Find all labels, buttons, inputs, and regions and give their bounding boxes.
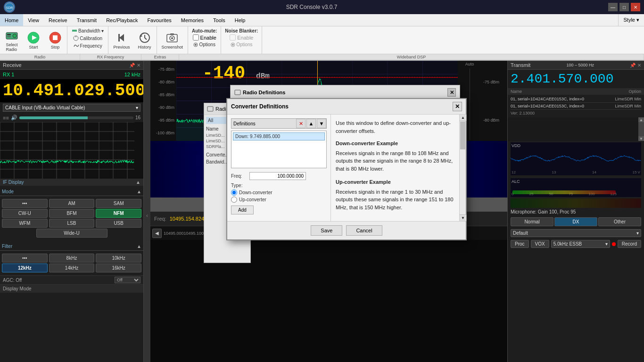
mode-wfm-button[interactable]: WFM xyxy=(2,219,48,228)
transmit-pin-button[interactable]: 📌 xyxy=(630,63,636,68)
style-button[interactable]: Style ▾ xyxy=(618,14,644,26)
definition-item-down[interactable]: Down: 9.749.885.000 xyxy=(233,132,325,140)
receive-pin-button[interactable]: 📌 xyxy=(129,63,135,68)
svg-rect-14 xyxy=(118,34,120,41)
close-button[interactable]: ✕ xyxy=(631,3,640,11)
menu-tools[interactable]: Tools xyxy=(208,14,230,26)
menu-help[interactable]: Help xyxy=(230,14,250,26)
vox-button[interactable]: VOX xyxy=(531,240,549,248)
mode-lsb-button[interactable]: LSB xyxy=(49,219,95,228)
volume-slider[interactable] xyxy=(19,116,133,119)
definitions-delete-button[interactable]: ✕ xyxy=(296,119,305,128)
vdd-v14: 14 xyxy=(592,170,596,174)
filter-14khz-button[interactable]: 14kHz xyxy=(49,263,95,272)
start-button[interactable]: Start xyxy=(24,30,43,50)
menu-memories[interactable]: Memories xyxy=(176,14,208,26)
mode-nfm-button[interactable]: NFM xyxy=(96,209,141,218)
menu-view[interactable]: View xyxy=(23,14,44,26)
maximize-button[interactable]: □ xyxy=(619,3,629,11)
add-button[interactable]: Add xyxy=(231,206,254,214)
nb-checkbox[interactable] xyxy=(230,34,236,41)
previous-button[interactable]: Previous xyxy=(110,30,132,50)
mode-dots-button[interactable]: ••• xyxy=(2,199,48,208)
receive-close-button[interactable]: ✕ xyxy=(137,63,140,68)
auto-mute-options-button[interactable]: Options xyxy=(192,41,216,48)
calibration-button[interactable]: Calibration xyxy=(72,35,104,41)
history-button[interactable]: History xyxy=(135,30,155,50)
scrollbar-down-btn[interactable]: ▼ xyxy=(460,214,466,221)
filter-12khz-button[interactable]: 12kHz xyxy=(2,263,48,272)
definitions-up-button[interactable]: ▲ xyxy=(306,119,316,128)
menu-rec-playback[interactable]: Rec/Playback xyxy=(101,14,142,26)
db-label-85: -85 dBm xyxy=(158,92,174,97)
filter-expand-button[interactable]: ▲ xyxy=(137,244,141,249)
screenshot-button[interactable]: Screenshot xyxy=(159,30,186,50)
filter-10khz-button[interactable]: 10kHz xyxy=(96,254,141,263)
essb-dropdown[interactable]: 5.0kHz ESSB ▾ xyxy=(551,240,610,248)
menu-favourites[interactable]: Favourites xyxy=(142,14,176,26)
mode-cwu-button[interactable]: CW-U xyxy=(2,209,48,218)
nav-prev-button[interactable]: ◀ xyxy=(152,229,162,238)
tx-frequency-display[interactable]: 2.401.570.000 xyxy=(508,70,644,88)
mode-bfm-button[interactable]: BFM xyxy=(49,209,95,218)
bandwidth-label: Bandwidth ▾ xyxy=(78,28,104,33)
normal-button[interactable]: Normal xyxy=(511,217,553,226)
speaker-icon[interactable]: 🔊 xyxy=(11,115,17,121)
if-expand-button[interactable]: ▲ xyxy=(136,180,140,185)
frequency-label: Frequency xyxy=(80,43,102,49)
scale-bar xyxy=(470,68,470,140)
other-button[interactable]: Other xyxy=(598,217,641,226)
sidebar-toggle[interactable]: ‹ xyxy=(144,61,150,362)
cable-input-arrow: ▾ xyxy=(136,105,138,110)
freq-input[interactable] xyxy=(249,172,306,180)
filter-dots-button[interactable]: ••• xyxy=(2,254,48,263)
default-dropdown[interactable]: Default ▾ xyxy=(511,229,641,237)
mini-spectrum xyxy=(0,122,143,179)
tx-range: 100 – 5000 Hz xyxy=(566,63,594,67)
auto-mute-checkbox[interactable] xyxy=(193,34,199,41)
down-converter-radio[interactable] xyxy=(231,189,237,196)
scrollbar-up-btn[interactable]: ▲ xyxy=(460,115,466,121)
help-scrollbar[interactable]: ▲ ▼ xyxy=(459,115,466,221)
save-button[interactable]: Save xyxy=(311,225,342,236)
frequency-button[interactable]: Frequency xyxy=(72,42,104,49)
converter-dialog-title-bar: Converter Definitions ✕ xyxy=(227,99,466,115)
svg-rect-5 xyxy=(7,36,11,37)
mode-wideu-button[interactable]: Wide-U xyxy=(36,229,107,238)
cable-input-selector[interactable]: CABLE Input (VB-Audio Virtual Cable) ▾ xyxy=(3,104,140,112)
proc-button[interactable]: Proc xyxy=(511,240,529,248)
auto-label[interactable]: Auto xyxy=(464,61,475,67)
menu-home[interactable]: Home xyxy=(0,14,23,26)
agc-selector[interactable]: OffSlowMediumFast xyxy=(115,277,140,283)
minimize-button[interactable]: — xyxy=(608,3,618,11)
bandwidth-button[interactable]: Bandwidth ▾ xyxy=(70,27,105,34)
transmit-close-button[interactable]: ✕ xyxy=(637,63,641,68)
dx-button[interactable]: DX xyxy=(554,217,597,226)
frequency-display[interactable]: 10.491.029.500 xyxy=(0,79,143,102)
mode-am-button[interactable]: AM xyxy=(49,199,95,208)
previous-label: Previous xyxy=(113,45,130,49)
menu-receive[interactable]: Receive xyxy=(44,14,72,26)
cancel-button[interactable]: Cancel xyxy=(346,225,382,236)
mode-sam-button[interactable]: SAM xyxy=(96,199,141,208)
radio-dialog-close-button[interactable]: ✕ xyxy=(447,88,456,97)
mode-expand-button[interactable]: ▲ xyxy=(137,189,141,194)
definitions-down-button[interactable]: ▼ xyxy=(317,119,326,128)
converter-dialog-close-button[interactable]: ✕ xyxy=(453,102,462,111)
filter-8khz-button[interactable]: 8kHz xyxy=(49,254,95,263)
tx-scrollbar[interactable]: ▲ ▼ xyxy=(638,117,644,141)
scrollbar-up[interactable]: ▲ xyxy=(638,117,644,122)
filter-16khz-button[interactable]: 16kHz xyxy=(96,263,141,272)
start-icon xyxy=(26,31,41,45)
svg-marker-13 xyxy=(119,34,124,41)
rx-info: RX 1 12 kHz xyxy=(0,70,143,79)
nb-options-button[interactable]: Options xyxy=(229,41,254,48)
stop-button[interactable]: Stop xyxy=(45,30,65,50)
select-radio-button[interactable]: SelectRadio xyxy=(2,27,22,53)
scrollbar-down[interactable]: ▼ xyxy=(638,136,644,141)
menu-transmit[interactable]: Transmit xyxy=(72,14,101,26)
record-button[interactable]: Record xyxy=(618,240,641,248)
mode-usb-button[interactable]: USB xyxy=(96,219,141,228)
device-name-2: 01, serial=1D424CAEE0153C, index=0 xyxy=(511,104,613,108)
up-converter-radio[interactable] xyxy=(231,197,237,203)
